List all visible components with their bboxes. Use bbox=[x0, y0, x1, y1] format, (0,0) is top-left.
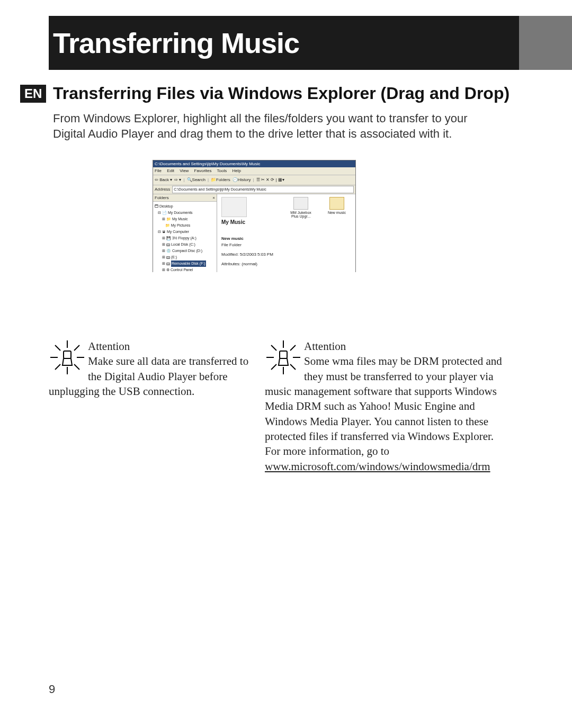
history-button[interactable]: 🕘History bbox=[233, 175, 251, 185]
attention-box-1: Attention Make sure all data are transfe… bbox=[49, 339, 250, 399]
address-input[interactable]: C:\Documents and Settings\jip\My Documen… bbox=[172, 186, 354, 193]
menu-edit[interactable]: Edit bbox=[167, 168, 174, 173]
svg-line-13 bbox=[271, 345, 276, 350]
tree-floppy[interactable]: ⊞ 💾 3½ Floppy (A:) bbox=[162, 235, 215, 241]
language-badge: EN bbox=[20, 85, 46, 103]
svg-line-6 bbox=[74, 345, 79, 350]
forward-button[interactable]: ⇨ ▾ bbox=[174, 175, 181, 185]
toolbar-extra-icons[interactable]: ☰ ✂ ✕ ⟳ | ▦▾ bbox=[256, 175, 284, 185]
tree-mydocuments[interactable]: ⊟ 📄 My Documents bbox=[158, 210, 215, 216]
folder-title: My Music bbox=[221, 219, 285, 225]
intro-paragraph: From Windows Explorer, highlight all the… bbox=[53, 111, 493, 141]
tree-mypictures[interactable]: 📁 My Pictures bbox=[162, 222, 215, 229]
section-heading: Transferring Files via Windows Explorer … bbox=[53, 84, 510, 103]
tree-compactdisc[interactable]: ⊞ 💿 Compact Disc (D:) bbox=[162, 248, 215, 254]
tree-mymusic[interactable]: ⊞ 📁 My Music bbox=[162, 216, 215, 222]
toolbar-sep3: | bbox=[253, 175, 254, 185]
attention-more-info: For more information, go to bbox=[265, 445, 389, 457]
toolbar-sep: | bbox=[184, 175, 185, 185]
menu-favorites[interactable]: Favorites bbox=[194, 168, 212, 173]
tree-desktop[interactable]: 🗔 Desktop bbox=[155, 203, 215, 210]
menu-help[interactable]: Help bbox=[233, 168, 241, 173]
page-number: 9 bbox=[49, 682, 55, 696]
icon-newmusic[interactable]: New music bbox=[324, 197, 350, 214]
search-button[interactable]: 🔍Search bbox=[187, 175, 205, 185]
tree-drive-e[interactable]: ⊞ 🖴 (E:) bbox=[162, 254, 215, 260]
folders-button[interactable]: 📁Folders bbox=[211, 175, 230, 185]
svg-line-5 bbox=[74, 364, 79, 370]
menu-view[interactable]: View bbox=[180, 168, 189, 173]
attention-icon bbox=[265, 339, 302, 376]
item-name: New music bbox=[221, 236, 285, 242]
folders-pane-header: Folders bbox=[155, 194, 169, 201]
toolbar-sep2: | bbox=[208, 175, 209, 185]
tree-localdisk[interactable]: ⊞ 🖴 Local Disk (C:) bbox=[162, 241, 215, 248]
tree-removable[interactable]: ⊞ 🖴 Removable Disk (F:) bbox=[162, 260, 215, 267]
svg-line-14 bbox=[290, 364, 296, 370]
header-band: Transferring Music bbox=[49, 16, 572, 70]
attention-icon bbox=[49, 339, 86, 376]
explorer-titlebar: C:\Documents and Settings\jip\My Documen… bbox=[153, 160, 355, 167]
icon-jukebox[interactable]: MM Jukebox Plus Upgr... bbox=[288, 197, 314, 218]
attention-heading: Attention bbox=[304, 340, 346, 353]
svg-line-16 bbox=[271, 364, 276, 370]
folders-pane[interactable]: Folders × 🗔 Desktop ⊟ 📄 My Documents ⊞ 📁… bbox=[153, 194, 217, 272]
explorer-main-pane[interactable]: My Music New music File Folder Modified:… bbox=[217, 194, 355, 272]
page-title: Transferring Music bbox=[49, 16, 519, 70]
svg-line-15 bbox=[290, 345, 296, 350]
explorer-menubar[interactable]: File Edit View Favorites Tools Help bbox=[153, 167, 355, 175]
folder-tree[interactable]: 🗔 Desktop ⊟ 📄 My Documents ⊞ 📁 My Music … bbox=[153, 202, 217, 272]
tree-controlpanel[interactable]: ⊞ ⚙ Control Panel bbox=[162, 267, 215, 272]
explorer-window: C:\Documents and Settings\jip\My Documen… bbox=[153, 160, 356, 272]
drm-link[interactable]: www.microsoft.com/windows/windowsmedia/d… bbox=[265, 460, 490, 473]
address-label: Address bbox=[155, 185, 170, 194]
svg-rect-8 bbox=[64, 351, 71, 358]
attention-box-2: Attention Some wma files may be DRM prot… bbox=[265, 339, 514, 474]
attention-heading: Attention bbox=[88, 340, 130, 353]
explorer-addressbar[interactable]: Address C:\Documents and Settings\jip\My… bbox=[153, 185, 355, 194]
tree-mycomputer[interactable]: ⊟ 🖥 My Computer bbox=[158, 229, 215, 235]
item-attributes: Attributes: (normal) bbox=[221, 261, 285, 267]
menu-file[interactable]: File bbox=[155, 168, 162, 173]
folders-pane-close-icon[interactable]: × bbox=[212, 194, 215, 201]
back-button[interactable]: ⇦ Back ▾ bbox=[155, 175, 172, 185]
item-type: File Folder bbox=[221, 242, 285, 248]
menu-tools[interactable]: Tools bbox=[217, 168, 227, 173]
explorer-toolbar[interactable]: ⇦ Back ▾ ⇨ ▾ | 🔍Search | 📁Folders 🕘Histo… bbox=[153, 175, 355, 185]
item-modified: Modified: 5/2/2003 5:03 PM bbox=[221, 251, 285, 258]
svg-line-4 bbox=[55, 345, 60, 350]
svg-line-7 bbox=[55, 364, 60, 370]
svg-rect-17 bbox=[280, 351, 287, 358]
folder-icon bbox=[221, 197, 247, 217]
